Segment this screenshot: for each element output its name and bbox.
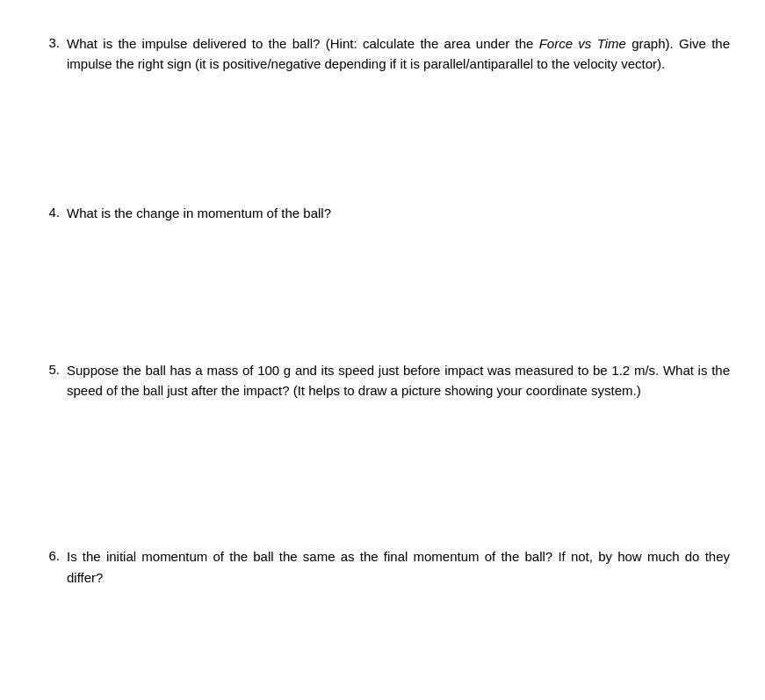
question-5-text: Suppose the ball has a mass of 100 g and… [67,360,730,401]
question-4: 4. What is the change in momentum of the… [35,187,730,239]
spacer-after-3 [35,90,730,187]
question-5-number: 5. [35,360,67,401]
question-3: 3. What is the impulse delivered to the … [35,18,730,90]
page-content: 3. What is the impulse delivered to the … [0,0,765,621]
question-4-number: 4. [35,203,67,223]
question-6: 6. Is the initial momentum of the ball t… [35,530,730,603]
spacer-after-5 [35,416,730,530]
question-5: 5. Suppose the ball has a mass of 100 g … [35,344,730,417]
question-3-text: What is the impulse delivered to the bal… [67,33,730,75]
question-4-text: What is the change in momentum of the ba… [67,203,730,223]
question-3-number: 3. [35,33,67,75]
question-6-number: 6. [35,546,67,588]
spacer-after-4 [35,239,730,344]
question-6-text: Is the initial momentum of the ball the … [67,546,730,588]
